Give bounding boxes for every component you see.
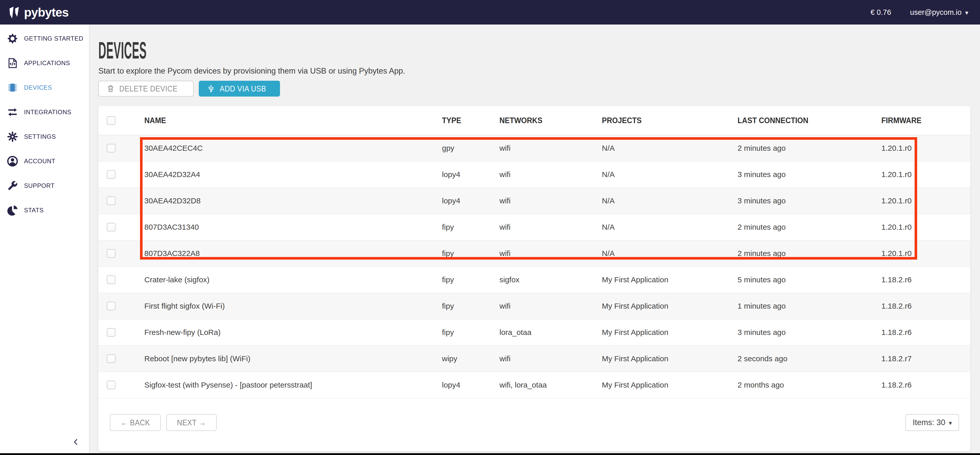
sidebar-item-support[interactable]: SUPPORT (0, 173, 89, 198)
user-menu[interactable]: user@pycom.io ▾ (910, 8, 968, 17)
sidebar-item-integrations[interactable]: INTEGRATIONS (0, 100, 89, 124)
sidebar-collapse-button[interactable] (71, 436, 81, 448)
user-icon (6, 155, 18, 167)
cell-type: wipy (442, 354, 500, 363)
sidebar-nav: GETTING STARTED APPLICATIONS (0, 24, 89, 223)
delete-device-label: DELETE DEVICE (119, 84, 178, 94)
topbar: pybytes € 0.76 user@pycom.io ▾ (0, 0, 980, 24)
row-checkbox[interactable] (107, 144, 116, 153)
cell-name: 807D3AC31340 (144, 223, 442, 231)
row-checkbox[interactable] (107, 170, 116, 179)
row-checkbox[interactable] (107, 249, 116, 258)
cell-last-connection: 2 minutes ago (738, 223, 881, 231)
cell-projects: My First Application (602, 354, 738, 363)
table-row[interactable]: Fresh-new-fipy (LoRa) fipy lora_otaa My … (99, 319, 970, 346)
sidebar-item-label: GETTING STARTED (24, 35, 83, 42)
add-via-usb-label: ADD VIA USB (220, 84, 266, 94)
cell-firmware: 1.18.2.r6 (881, 275, 970, 284)
table-row[interactable]: Reboot [new pybytes lib] (WiFi) wipy wif… (99, 346, 970, 372)
cell-projects: N/A (602, 249, 738, 258)
table-row[interactable]: 30AEA42D32A4 lopy4 wifi N/A 3 minutes ag… (99, 161, 970, 188)
row-checkbox[interactable] (107, 381, 116, 389)
cell-firmware: 1.18.2.r7 (881, 354, 970, 363)
row-checkbox[interactable] (107, 302, 116, 310)
back-button[interactable]: ← BACK (110, 414, 161, 431)
pybytes-app: pybytes € 0.76 user@pycom.io ▾ GETTING S… (0, 0, 980, 455)
cell-networks: wifi (500, 223, 602, 231)
row-checkbox[interactable] (107, 275, 116, 284)
cell-type: fipy (442, 275, 500, 284)
cell-firmware: 1.20.1.r0 (881, 223, 970, 231)
cell-last-connection: 2 minutes ago (738, 249, 881, 258)
cell-projects: N/A (602, 170, 738, 179)
column-header-last-connection: LAST CONNECTION (738, 116, 881, 125)
delete-device-button[interactable]: DELETE DEVICE (99, 81, 194, 97)
table-row[interactable]: 30AEA42CEC4C gpy wifi N/A 2 minutes ago … (99, 135, 970, 161)
code-document-icon (6, 57, 18, 69)
column-header-networks: NETWORKS (500, 116, 602, 125)
cell-name: 807D3AC322A8 (144, 249, 442, 258)
caret-down-icon: ▾ (965, 10, 968, 16)
items-per-page-dropdown[interactable]: Items: 30 ▾ (905, 414, 959, 431)
cell-name: Crater-lake (sigfox) (144, 275, 442, 284)
sidebar-item-devices[interactable]: DEVICES (0, 75, 89, 100)
sidebar-item-label: ACCOUNT (24, 158, 56, 165)
gear-icon (6, 131, 18, 143)
table-row[interactable]: Crater-lake (sigfox) fipy sigfox My Firs… (99, 267, 970, 293)
sidebar-item-settings[interactable]: SETTINGS (0, 124, 89, 149)
cell-firmware: 1.18.2.r6 (881, 302, 970, 310)
add-via-usb-button[interactable]: ADD VIA USB (199, 81, 280, 97)
table-row[interactable]: First flight sigfox (Wi-Fi) fipy wifi My… (99, 293, 970, 319)
cell-last-connection: 1 minutes ago (738, 302, 881, 310)
cell-name: Sigfox-test (with Pysense) - [pastoor pe… (144, 381, 442, 389)
topbar-right: € 0.76 user@pycom.io ▾ (870, 8, 968, 17)
brand-logo[interactable]: pybytes (9, 5, 68, 19)
cell-name: 30AEA42CEC4C (144, 144, 442, 153)
account-balance: € 0.76 (870, 8, 891, 17)
cell-name: 30AEA42D32A4 (144, 170, 442, 179)
sidebar-item-applications[interactable]: APPLICATIONS (0, 51, 89, 75)
cell-type: lopy4 (442, 170, 500, 179)
cell-networks: wifi, lora_otaa (500, 381, 602, 389)
usb-icon (207, 84, 216, 93)
select-all-checkbox[interactable] (107, 116, 116, 125)
sidebar-item-stats[interactable]: STATS (0, 198, 89, 223)
cell-projects: My First Application (602, 328, 738, 337)
page-title: DEVICES (99, 39, 146, 62)
cell-projects: My First Application (602, 275, 738, 284)
caret-down-icon: ▾ (949, 420, 952, 426)
pagination-bar: ← BACK NEXT → Items: 30 ▾ (99, 414, 970, 431)
cell-type: fipy (442, 223, 500, 231)
column-header-projects: PROJECTS (602, 116, 738, 125)
chevron-left-icon (72, 437, 80, 447)
cell-name: Reboot [new pybytes lib] (WiFi) (144, 354, 442, 363)
pie-chart-icon (6, 204, 18, 216)
row-checkbox[interactable] (107, 196, 116, 205)
row-checkbox[interactable] (107, 223, 116, 231)
cell-networks: wifi (500, 302, 602, 310)
row-checkbox[interactable] (107, 354, 116, 363)
table-row[interactable]: Sigfox-test (with Pysense) - [pastoor pe… (99, 372, 970, 398)
cell-type: gpy (442, 144, 500, 153)
cell-type: fipy (442, 328, 500, 337)
sidebar-item-label: SETTINGS (24, 133, 56, 140)
table-row[interactable]: 807D3AC322A8 fipy wifi N/A 2 minutes ago… (99, 240, 970, 267)
wrench-icon (6, 180, 18, 192)
table-row[interactable]: 30AEA42D32D8 lopy4 wifi N/A 3 minutes ag… (99, 188, 970, 214)
cell-networks: wifi (500, 354, 602, 363)
cell-projects: N/A (602, 144, 738, 153)
next-button[interactable]: NEXT → (166, 414, 216, 431)
sidebar-item-getting-started[interactable]: GETTING STARTED (0, 26, 89, 51)
row-checkbox[interactable] (107, 328, 116, 337)
cell-type: lopy4 (442, 196, 500, 205)
cell-firmware: 1.18.2.r6 (881, 328, 970, 337)
user-email: user@pycom.io (910, 8, 962, 17)
cell-networks: wifi (500, 170, 602, 179)
sidebar: GETTING STARTED APPLICATIONS (0, 24, 89, 453)
items-per-page-label: Items: 30 (913, 418, 945, 427)
table-header-row: NAME TYPE NETWORKS PROJECTS LAST CONNECT… (99, 106, 970, 135)
sidebar-item-account[interactable]: ACCOUNT (0, 149, 89, 173)
window-bottom-edge (0, 453, 980, 455)
table-row[interactable]: 807D3AC31340 fipy wifi N/A 2 minutes ago… (99, 214, 970, 240)
trash-icon (107, 84, 115, 93)
